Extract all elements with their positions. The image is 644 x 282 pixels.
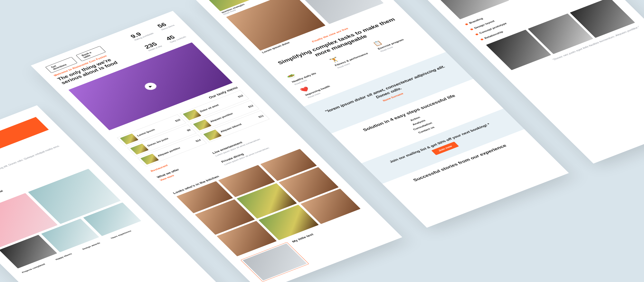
metric-meals: 235Meals a day — [143, 40, 163, 52]
bullet-icon — [480, 38, 484, 40]
category-residential[interactable]: 🏠 Residential → — [0, 182, 8, 202]
bullet-icon — [465, 23, 469, 25]
bullet-icon — [470, 28, 474, 30]
stat-label: Happy clients — [55, 253, 72, 260]
play-icon: ▶ — [143, 81, 159, 91]
category-label: Residential — [0, 190, 4, 198]
get-directions-button[interactable]: Get directions — [45, 57, 77, 73]
bullet-icon — [475, 33, 478, 35]
metric-cocktails: 45Tasty cocktails — [164, 31, 186, 43]
metric-rating: 9.9Rating worldwide — [129, 27, 154, 41]
stat-label: Design awards — [82, 242, 101, 250]
metric-menu-items: 56Menu items — [156, 19, 175, 31]
